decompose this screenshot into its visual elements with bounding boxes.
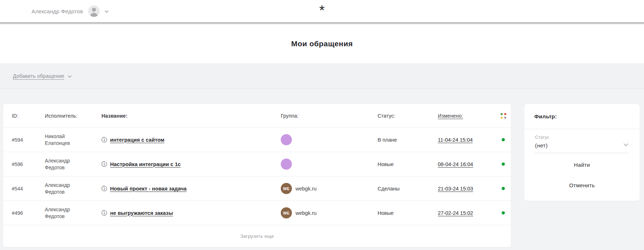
column-header-title: Название: — [101, 113, 281, 119]
status-dot-icon — [502, 211, 505, 214]
ticket-link[interactable]: Новый проект - новая задача — [110, 186, 186, 192]
filter-title: Фильтр: — [534, 113, 557, 119]
ticket-id: #496 — [12, 210, 45, 216]
chevron-down-icon — [105, 8, 109, 14]
group-cell: WE webgk.ru — [281, 183, 378, 194]
info-icon[interactable]: ⓘ — [101, 137, 107, 143]
filter-header: Фильтр: — [524, 104, 640, 129]
table-row: #544 Александр Федотов ⓘ Новый проект - … — [3, 176, 511, 201]
legend-dot-red — [504, 113, 506, 115]
table-footer: Загрузить еще — [3, 225, 511, 247]
column-header-assignee: Исполнитель: — [45, 113, 101, 119]
ticket-link[interactable]: интеграция с сайтом — [110, 137, 165, 143]
app-window: Александр Федотов * Мои обращения Добави… — [0, 0, 644, 250]
group-cell — [281, 159, 378, 170]
legend-dot-yellow — [501, 117, 503, 119]
assignee-name: Николай Елатонцев — [45, 133, 88, 147]
changed-cell: 27-02-24 15:02 — [438, 210, 496, 216]
indicator-cell — [496, 162, 511, 166]
column-header-changed-sort[interactable]: Изменено: — [438, 113, 463, 119]
changed-cell: 11-04-24 15:04 — [438, 137, 496, 143]
ticket-link[interactable]: Настройка интеграции с 1с — [110, 161, 181, 167]
chevron-down-icon[interactable] — [68, 73, 72, 79]
filter-panel: Фильтр: Статус (нет) Найти Отменить — [524, 104, 640, 201]
group-cell — [281, 134, 378, 145]
status-filter-label: Статус — [535, 135, 629, 140]
table-row: #596 Александр Федотов ⓘ Настройка интег… — [3, 152, 511, 176]
status-text: В плане — [378, 137, 438, 143]
group-name: webgk.ru — [295, 186, 317, 192]
user-avatar-icon — [88, 5, 100, 17]
requests-table-card: ID: Исполнитель: Название: Группа: Стату… — [3, 104, 511, 247]
changed-cell: 08-04-24 16:04 — [438, 161, 496, 168]
status-legend-icon[interactable] — [501, 113, 506, 119]
assignee-name: Александр Федотов — [45, 157, 88, 171]
find-button[interactable]: Найти — [574, 162, 590, 168]
group-name: webgk.ru — [295, 210, 317, 216]
indicator-cell — [496, 138, 511, 141]
status-text: Новые — [378, 210, 438, 216]
cancel-button[interactable]: Отменить — [569, 182, 595, 188]
info-icon[interactable]: ⓘ — [101, 186, 107, 192]
logo-asterisk-icon: * — [319, 4, 325, 17]
info-icon[interactable]: ⓘ — [101, 161, 107, 167]
page-title: Мои обращения — [291, 39, 353, 48]
group-avatar[interactable]: WE — [281, 207, 292, 218]
table-row: #594 Николай Елатонцев ⓘ интеграция с са… — [3, 128, 511, 152]
legend-dot-green — [501, 113, 503, 115]
group-avatar[interactable] — [281, 134, 292, 145]
user-menu[interactable]: Александр Федотов — [32, 5, 109, 17]
table-row: #496 Александр Федотов ⓘ не выгружаются … — [3, 201, 511, 225]
load-more-button[interactable]: Загрузить еще — [240, 234, 274, 239]
indicator-cell — [496, 211, 511, 214]
group-cell: WE webgk.ru — [281, 207, 378, 218]
column-header-status: Статус: — [378, 113, 438, 119]
changed-date-link[interactable]: 11-04-24 15:04 — [438, 137, 473, 143]
ticket-link[interactable]: не выгружаются заказы — [110, 210, 173, 216]
ticket-title-cell: ⓘ не выгружаются заказы — [101, 210, 281, 216]
legend-dot-gray — [504, 117, 506, 119]
changed-cell: 21-03-24 15:03 — [438, 185, 496, 192]
assignee-name: Александр Федотов — [45, 206, 88, 220]
ticket-id: #596 — [12, 161, 45, 167]
status-dot-icon — [502, 187, 505, 190]
user-name: Александр Федотов — [32, 8, 83, 14]
changed-date-link[interactable]: 27-02-24 15:02 — [438, 210, 473, 216]
ticket-id: #594 — [12, 137, 45, 143]
column-header-id: ID: — [12, 113, 45, 119]
table-header-row: ID: Исполнитель: Название: Группа: Стату… — [3, 104, 511, 128]
assignee-name: Александр Федотов — [45, 182, 88, 195]
status-text: Новые — [378, 161, 438, 167]
ticket-title-cell: ⓘ Настройка интеграции с 1с — [101, 161, 281, 167]
column-header-group: Группа: — [281, 113, 378, 119]
group-avatar[interactable] — [281, 159, 292, 170]
status-filter-select[interactable]: Статус (нет) — [535, 135, 629, 153]
top-header: Александр Федотов * — [0, 0, 644, 22]
group-avatar[interactable]: WE — [281, 183, 292, 194]
status-text: Сделаны — [378, 186, 438, 192]
changed-date-link[interactable]: 08-04-24 16:04 — [438, 161, 473, 167]
status-filter-value: (нет) — [535, 142, 629, 148]
chevron-down-icon — [624, 141, 628, 148]
info-icon[interactable]: ⓘ — [101, 210, 107, 216]
changed-date-link[interactable]: 21-03-24 15:03 — [438, 186, 473, 192]
indicator-cell — [496, 187, 511, 190]
content-area: ID: Исполнитель: Название: Группа: Стату… — [0, 89, 644, 250]
add-request-band: Добавить обращение — [0, 63, 644, 89]
status-dot-icon — [502, 162, 505, 166]
table-body: #594 Николай Елатонцев ⓘ интеграция с са… — [3, 128, 511, 225]
ticket-id: #544 — [12, 186, 45, 192]
title-section: Мои обращения — [0, 24, 644, 63]
add-request-link[interactable]: Добавить обращение — [13, 73, 64, 79]
ticket-title-cell: ⓘ Новый проект - новая задача — [101, 186, 281, 192]
ticket-title-cell: ⓘ интеграция с сайтом — [101, 137, 281, 143]
status-dot-icon — [502, 138, 505, 141]
